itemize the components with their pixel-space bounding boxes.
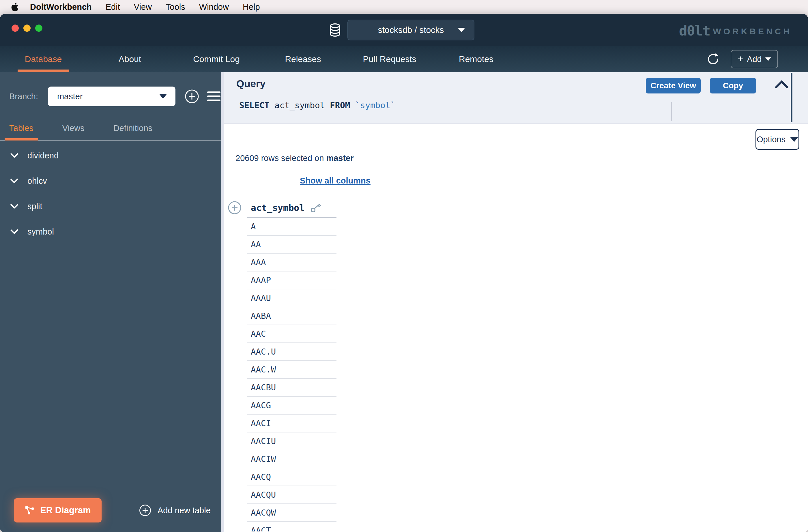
table-cell: AACQW — [247, 504, 336, 522]
create-view-button[interactable]: Create View — [646, 78, 701, 93]
sql-token: SELECT — [239, 100, 270, 110]
add-column-button[interactable] — [228, 201, 241, 215]
table-list: dividend ohlcv split — [0, 141, 221, 244]
table-cell: AACT — [247, 522, 336, 531]
table-cell: AABA — [247, 307, 336, 325]
sql-token: `symbol` — [355, 100, 396, 110]
table-list-item[interactable]: split — [0, 194, 221, 219]
sidebar-tabs: TablesViewsDefinitions — [0, 120, 221, 141]
query-panel: Query SELECT act_symbol FROM `symbol` Cr… — [224, 72, 808, 124]
plus-circle-icon — [139, 504, 151, 516]
sql-token — [350, 100, 355, 110]
table-cell: AAA — [247, 254, 336, 272]
nav-tab[interactable]: Pull Requests — [346, 46, 433, 72]
database-selector[interactable]: stocksdb / stocks — [347, 20, 474, 40]
window-title-bar: stocksdb / stocks d0lt WORKBENCH — [0, 14, 808, 46]
show-all-columns-link[interactable]: Show all columns — [300, 176, 370, 185]
table-cell: AA — [247, 236, 336, 254]
sql-token: act_symbol — [270, 100, 330, 110]
nav-tab[interactable]: Commit Log — [173, 46, 260, 72]
minimize-window-button[interactable] — [23, 24, 31, 32]
key-icon — [311, 203, 322, 213]
table-list-item[interactable]: symbol — [0, 219, 221, 244]
table-cell: AACQ — [247, 468, 336, 486]
chevron-down-icon — [11, 230, 18, 234]
column-header-label: act_symbol — [251, 203, 305, 213]
database-cylinder-icon — [329, 23, 341, 37]
table-cell: AACBU — [247, 379, 336, 397]
caret-down-icon — [159, 94, 167, 99]
refresh-icon[interactable] — [706, 53, 720, 66]
sidebar-tab[interactable]: Views — [62, 120, 85, 140]
table-cell: AACIU — [247, 433, 336, 451]
menu-item-help[interactable]: Help — [243, 2, 260, 12]
query-title: Query — [236, 78, 265, 89]
er-diagram-button[interactable]: ER Diagram — [14, 498, 102, 522]
menu-item-edit[interactable]: Edit — [106, 2, 120, 12]
table-cell: AACIW — [247, 451, 336, 468]
chevron-down-icon — [11, 204, 18, 209]
options-button[interactable]: Options — [755, 129, 799, 150]
table-cell: AAC.W — [247, 361, 336, 379]
traffic-lights — [12, 24, 42, 32]
close-window-button[interactable] — [12, 24, 19, 32]
sidebar-resize-handle[interactable] — [221, 72, 224, 532]
sidebar-tab[interactable]: Tables — [9, 120, 34, 140]
caret-down-icon — [458, 28, 465, 32]
table-cell: A — [247, 218, 336, 236]
sql-query-text[interactable]: SELECT act_symbol FROM `symbol` — [239, 100, 395, 110]
table-list-item[interactable]: dividend — [0, 143, 221, 168]
sql-token: FROM — [330, 100, 350, 110]
table-name: split — [27, 202, 42, 211]
rows-selected-summary: 20609 rows selected on master — [236, 153, 354, 163]
database-selector-value: stocksdb / stocks — [378, 25, 444, 35]
sidebar-tab[interactable]: Definitions — [113, 120, 152, 140]
add-new-table-button[interactable]: Add new table — [139, 504, 210, 516]
chevron-up-icon — [775, 80, 788, 88]
nav-tab[interactable]: About — [87, 46, 173, 72]
zoom-window-button[interactable] — [35, 24, 42, 32]
table-cell: AAC.U — [247, 343, 336, 361]
apple-icon[interactable] — [11, 2, 18, 12]
table-name: ohlcv — [27, 176, 47, 186]
table-cell: AAAU — [247, 289, 336, 307]
table-cell: AACI — [247, 415, 336, 433]
branch-selector[interactable]: master — [48, 87, 176, 106]
results-panel: Options 20609 rows selected on master Sh… — [224, 124, 808, 531]
er-diagram-icon — [24, 505, 35, 516]
nav-tabs: DatabaseAboutCommit LogReleasesPull Requ… — [0, 46, 519, 72]
table-cell: AAAP — [247, 272, 336, 289]
collapse-query-button[interactable] — [775, 80, 788, 88]
summary-branch: master — [326, 153, 353, 163]
plus-icon: + — [738, 53, 743, 65]
add-new-table-label: Add new table — [158, 506, 210, 515]
menu-item-tools[interactable]: Tools — [166, 2, 185, 12]
menu-item-window[interactable]: Window — [199, 2, 229, 12]
hamburger-menu-icon[interactable] — [207, 91, 220, 102]
macos-menu-bar: DoltWorkbench Edit View Tools Window Hel… — [0, 0, 808, 14]
nav-tab[interactable]: Releases — [260, 46, 346, 72]
column-header-act-symbol[interactable]: act_symbol — [251, 203, 322, 213]
menu-item-view[interactable]: View — [134, 2, 152, 12]
chevron-down-icon — [11, 179, 18, 183]
sidebar: Branch: master — [0, 72, 221, 532]
branch-label: Branch: — [9, 92, 38, 101]
chevron-down-icon — [11, 153, 18, 158]
add-button[interactable]: + Add — [731, 50, 778, 68]
app-window: stocksdb / stocks d0lt WORKBENCH Databas… — [0, 14, 808, 532]
dolt-workbench-logo: d0lt WORKBENCH — [679, 22, 792, 39]
logo-workbench-text: WORKBENCH — [713, 26, 792, 36]
nav-tab[interactable]: Database — [0, 46, 87, 72]
menu-item-app[interactable]: DoltWorkbench — [30, 2, 92, 12]
logo-dolt-text: d0lt — [679, 22, 710, 39]
nav-tab[interactable]: Remotes — [433, 46, 519, 72]
table-name: dividend — [27, 151, 59, 160]
summary-text: 20609 rows selected on — [236, 153, 326, 163]
query-panel-scrollbar[interactable] — [791, 73, 792, 122]
copy-button[interactable]: Copy — [710, 78, 756, 93]
options-label: Options — [757, 135, 786, 144]
new-branch-button[interactable] — [185, 89, 199, 104]
main-panel: Query SELECT act_symbol FROM `symbol` Cr… — [224, 72, 808, 532]
add-button-label: Add — [747, 55, 762, 64]
table-list-item[interactable]: ohlcv — [0, 168, 221, 194]
